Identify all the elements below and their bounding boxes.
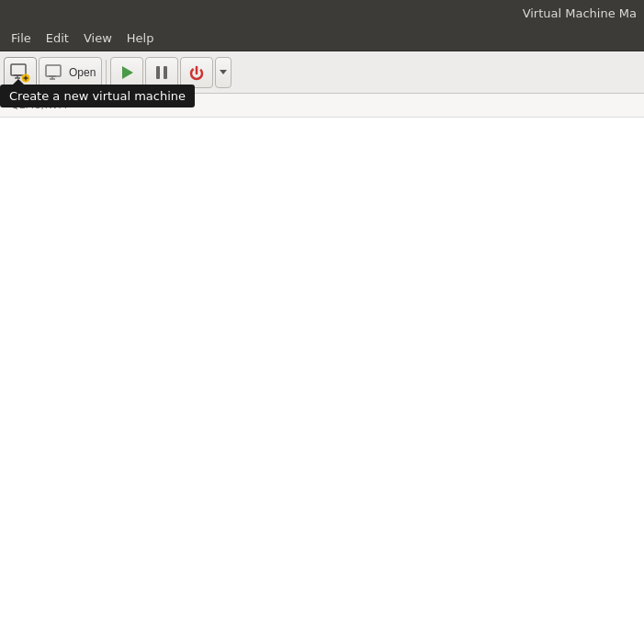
new-vm-icon [10, 62, 30, 83]
power-dropdown-button[interactable] [215, 57, 232, 88]
content-area: QEMU/KVM [0, 94, 644, 644]
open-label: Open [69, 66, 96, 79]
open-icon [45, 62, 65, 83]
titlebar-title: Virtual Machine Ma [523, 6, 637, 20]
menu-edit[interactable]: Edit [39, 28, 76, 49]
svg-rect-0 [11, 64, 26, 75]
svg-rect-12 [156, 66, 160, 79]
poweroff-vm-button[interactable] [180, 57, 213, 88]
sidebar-header-label: QEMU/KVM [11, 99, 67, 111]
titlebar: Virtual Machine Ma [0, 0, 644, 26]
toolbar: Open [0, 51, 644, 94]
svg-rect-7 [46, 65, 61, 76]
start-vm-button[interactable] [110, 57, 143, 88]
open-vm-button[interactable]: Open [39, 57, 102, 88]
svg-marker-16 [220, 70, 227, 74]
svg-marker-11 [122, 66, 133, 79]
play-icon [117, 62, 137, 83]
menubar: File Edit View Help [0, 26, 644, 51]
new-vm-button[interactable] [4, 57, 37, 88]
svg-rect-13 [164, 66, 167, 79]
power-icon [186, 62, 207, 83]
menu-help[interactable]: Help [119, 28, 162, 49]
menu-file[interactable]: File [4, 28, 39, 49]
menu-view[interactable]: View [76, 28, 119, 49]
separator-1 [106, 60, 107, 85]
sidebar-header: QEMU/KVM [0, 94, 644, 118]
pause-icon [152, 62, 172, 83]
pause-vm-button[interactable] [145, 57, 178, 88]
chevron-down-icon [219, 65, 228, 79]
